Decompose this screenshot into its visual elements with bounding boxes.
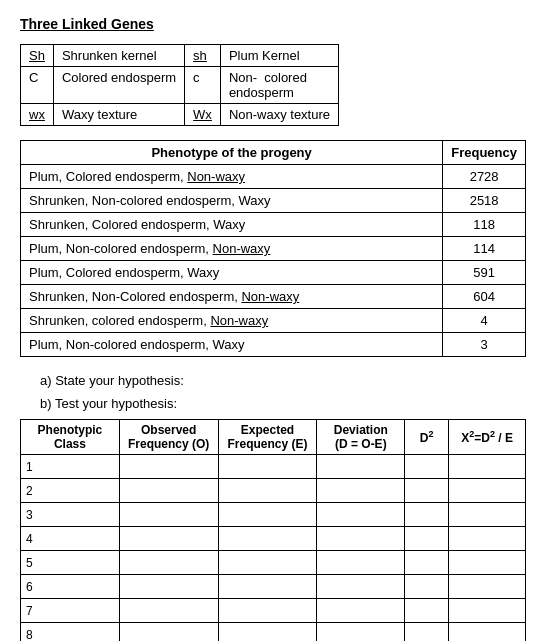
- chi-header-x2: X2=D2 / E: [449, 420, 526, 455]
- table-row: Shrunken, Non-Colored endosperm, Non-wax…: [21, 285, 526, 309]
- phenotype-cell: Shrunken, colored endosperm, Non-waxy: [21, 309, 443, 333]
- gene-dominant-name-c: Colored endosperm: [53, 67, 184, 104]
- chi-dev-6: [317, 575, 405, 599]
- chi-exp-6: [218, 575, 317, 599]
- chi-row-6: 6: [21, 575, 526, 599]
- frequency-cell: 591: [443, 261, 526, 285]
- chi-class-5: 5: [21, 551, 120, 575]
- chi-dev-3: [317, 503, 405, 527]
- phenotype-cell: Shrunken, Non-colored endosperm, Waxy: [21, 189, 443, 213]
- frequency-cell: 3: [443, 333, 526, 357]
- chi-row-8: 8: [21, 623, 526, 642]
- chi-exp-2: [218, 479, 317, 503]
- chi-class-1: 1: [21, 455, 120, 479]
- table-row: Plum, Non-colored endosperm, Waxy 3: [21, 333, 526, 357]
- gene-recessive-sym-c: c: [185, 67, 221, 104]
- chi-dev-4: [317, 527, 405, 551]
- gene-recessive-sym-wx: Wx: [193, 107, 212, 122]
- chi-class-4: 4: [21, 527, 120, 551]
- gene-recessive-name-wx: Non-waxy texture: [220, 104, 338, 126]
- chi-header-expected: ExpectedFrequency (E): [218, 420, 317, 455]
- pheno-header-phenotype: Phenotype of the progeny: [21, 141, 443, 165]
- chi-square-table: PhenotypicClass ObservedFrequency (O) Ex…: [20, 419, 526, 641]
- chi-header-d2: D2: [405, 420, 449, 455]
- chi-obs-7: [119, 599, 218, 623]
- phenotype-cell: Plum, Colored endosperm, Non-waxy: [21, 165, 443, 189]
- chi-x2-2: [449, 479, 526, 503]
- chi-obs-5: [119, 551, 218, 575]
- phenotype-cell: Shrunken, Colored endosperm, Waxy: [21, 213, 443, 237]
- page-title: Three Linked Genes: [20, 16, 526, 32]
- frequency-cell: 118: [443, 213, 526, 237]
- chi-d2-7: [405, 599, 449, 623]
- table-row: Shrunken, colored endosperm, Non-waxy 4: [21, 309, 526, 333]
- chi-obs-6: [119, 575, 218, 599]
- chi-d2-2: [405, 479, 449, 503]
- gene-dominant-name: Shrunken kernel: [53, 45, 184, 67]
- section-b-label: b) Test your hypothesis:: [40, 396, 526, 411]
- chi-d2-4: [405, 527, 449, 551]
- gene-recessive-name-c: Non- coloredendosperm: [220, 67, 338, 104]
- chi-exp-4: [218, 527, 317, 551]
- chi-row-7: 7: [21, 599, 526, 623]
- chi-d2-5: [405, 551, 449, 575]
- chi-dev-2: [317, 479, 405, 503]
- phenotype-cell: Plum, Colored endosperm, Waxy: [21, 261, 443, 285]
- frequency-cell: 2728: [443, 165, 526, 189]
- frequency-cell: 114: [443, 237, 526, 261]
- chi-x2-8: [449, 623, 526, 642]
- chi-d2-6: [405, 575, 449, 599]
- table-row: Plum, Colored endosperm, Non-waxy 2728: [21, 165, 526, 189]
- chi-d2-8: [405, 623, 449, 642]
- gene-recessive-name: Plum Kernel: [220, 45, 338, 67]
- chi-exp-5: [218, 551, 317, 575]
- chi-row-3: 3: [21, 503, 526, 527]
- gene-recessive-sym: sh: [193, 48, 207, 63]
- chi-obs-8: [119, 623, 218, 642]
- phenotype-cell: Plum, Non-colored endosperm, Non-waxy: [21, 237, 443, 261]
- chi-x2-1: [449, 455, 526, 479]
- chi-x2-6: [449, 575, 526, 599]
- section-a-label: a) State your hypothesis:: [40, 373, 526, 388]
- chi-class-7: 7: [21, 599, 120, 623]
- chi-obs-2: [119, 479, 218, 503]
- chi-class-6: 6: [21, 575, 120, 599]
- frequency-cell: 604: [443, 285, 526, 309]
- gene-dominant-name-wx: Waxy texture: [53, 104, 184, 126]
- chi-obs-4: [119, 527, 218, 551]
- chi-header-phenotypic-class: PhenotypicClass: [21, 420, 120, 455]
- chi-class-2: 2: [21, 479, 120, 503]
- table-row: Plum, Colored endosperm, Waxy 591: [21, 261, 526, 285]
- phenotype-cell: Plum, Non-colored endosperm, Waxy: [21, 333, 443, 357]
- chi-row-1: 1: [21, 455, 526, 479]
- phenotype-cell: Shrunken, Non-Colored endosperm, Non-wax…: [21, 285, 443, 309]
- gene-dominant-sym-c: C: [21, 67, 54, 104]
- chi-row-5: 5: [21, 551, 526, 575]
- chi-dev-8: [317, 623, 405, 642]
- table-row: Shrunken, Colored endosperm, Waxy 118: [21, 213, 526, 237]
- gene-legend-table: Sh Shrunken kernel sh Plum Kernel C Colo…: [20, 44, 339, 126]
- gene-dominant-sym-wx: wx: [29, 107, 45, 122]
- chi-header-observed: ObservedFrequency (O): [119, 420, 218, 455]
- chi-header-deviation: Deviation(D = O-E): [317, 420, 405, 455]
- table-row: Plum, Non-colored endosperm, Non-waxy 11…: [21, 237, 526, 261]
- chi-exp-7: [218, 599, 317, 623]
- chi-exp-8: [218, 623, 317, 642]
- chi-obs-3: [119, 503, 218, 527]
- chi-exp-3: [218, 503, 317, 527]
- chi-obs-1: [119, 455, 218, 479]
- chi-dev-7: [317, 599, 405, 623]
- frequency-cell: 2518: [443, 189, 526, 213]
- chi-row-2: 2: [21, 479, 526, 503]
- pheno-header-frequency: Frequency: [443, 141, 526, 165]
- chi-x2-3: [449, 503, 526, 527]
- chi-x2-4: [449, 527, 526, 551]
- frequency-cell: 4: [443, 309, 526, 333]
- chi-x2-5: [449, 551, 526, 575]
- gene-row-wx: wx Waxy texture Wx Non-waxy texture: [21, 104, 339, 126]
- chi-dev-5: [317, 551, 405, 575]
- gene-row-sh: Sh Shrunken kernel sh Plum Kernel: [21, 45, 339, 67]
- chi-x2-7: [449, 599, 526, 623]
- chi-dev-1: [317, 455, 405, 479]
- chi-exp-1: [218, 455, 317, 479]
